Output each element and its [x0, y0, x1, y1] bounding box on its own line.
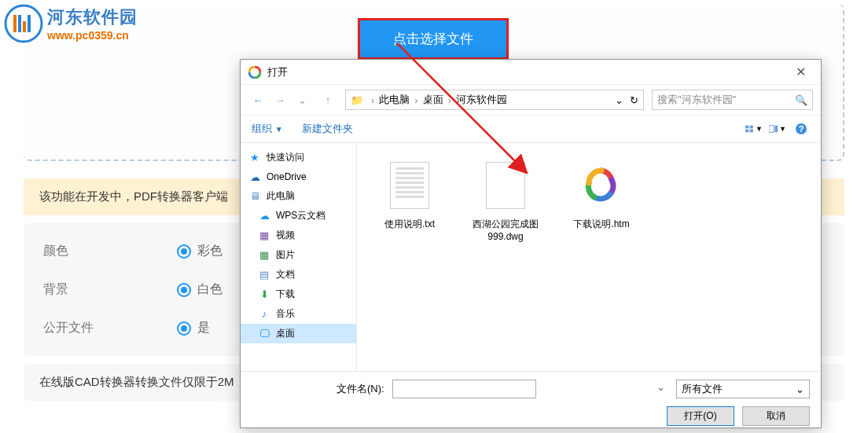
bg-radio[interactable]: 白色 — [177, 281, 223, 298]
sidebar-wps[interactable]: ☁WPS云文档 — [241, 206, 356, 226]
color-label: 颜色 — [43, 243, 177, 259]
sidebar-quick-access[interactable]: ★快速访问 — [241, 148, 356, 167]
search-input[interactable]: 搜索"河东软件园" 🔍 — [652, 90, 813, 110]
logo-title: 河东软件园 — [47, 6, 138, 29]
sidebar-onedrive[interactable]: ☁OneDrive — [241, 167, 356, 186]
public-label: 公开文件 — [43, 320, 177, 336]
cancel-button[interactable]: 取消 — [742, 406, 810, 426]
svg-rect-1 — [13, 15, 17, 32]
sidebar-pictures[interactable]: ▦图片 — [241, 245, 356, 265]
refresh-icon[interactable]: ↻ — [630, 94, 638, 106]
svg-rect-3 — [23, 21, 26, 32]
cloud-icon: ☁ — [248, 171, 261, 183]
svg-rect-10 — [750, 130, 753, 133]
download-icon: ⬇ — [258, 288, 270, 301]
view-mode-button[interactable]: ▼ — [745, 121, 763, 137]
sidebar-downloads[interactable]: ⬇下载 — [241, 284, 356, 304]
svg-rect-8 — [750, 126, 753, 129]
document-icon: ▤ — [258, 269, 270, 281]
svg-rect-2 — [18, 15, 21, 32]
svg-rect-4 — [28, 15, 31, 32]
new-folder-button[interactable]: 新建文件夹 — [302, 122, 353, 136]
music-icon: ♪ — [258, 308, 270, 321]
file-item-txt[interactable]: 使用说明.txt — [374, 157, 445, 231]
dwg-file-icon — [480, 157, 531, 214]
file-open-dialog: 打开 ✕ ← → ⌄ ↑ 📁 › 此电脑 › 桌面 › 河东软件园 ⌄↻ 搜索"… — [240, 59, 822, 428]
filename-label: 文件名(N): — [337, 382, 384, 396]
nav-forward-button[interactable]: → — [270, 90, 289, 109]
folder-tree: ★快速访问 ☁OneDrive 🖥此电脑 ☁WPS云文档 ▦视频 ▦图片 ▤文档… — [241, 143, 357, 371]
nav-recent-dropdown[interactable]: ⌄ — [292, 90, 311, 109]
site-logo: 河东软件园 www.pc0359.cn — [0, 0, 142, 47]
htm-file-icon — [576, 157, 627, 214]
breadcrumb-dropdown[interactable]: ⌄ — [615, 94, 623, 106]
help-button[interactable]: ? — [793, 121, 810, 137]
organize-menu[interactable]: 组织 ▼ — [252, 122, 283, 136]
preview-pane-button[interactable]: ▼ — [769, 121, 786, 137]
sidebar-desktop[interactable]: 🖵桌面 — [241, 324, 356, 343]
select-file-button[interactable]: 点击选择文件 — [358, 18, 509, 60]
filename-input[interactable] — [392, 380, 536, 398]
logo-icon — [4, 4, 43, 43]
dialog-title: 打开 — [267, 65, 788, 79]
file-item-dwg[interactable]: 西湖公园完成图999.dwg — [470, 157, 541, 243]
breadcrumb-item[interactable]: 桌面 — [423, 93, 443, 107]
svg-rect-11 — [769, 126, 774, 133]
nav-up-button[interactable]: ↑ — [318, 90, 337, 109]
close-button[interactable]: ✕ — [788, 64, 813, 79]
sidebar-music[interactable]: ♪音乐 — [241, 304, 356, 324]
color-radio[interactable]: 彩色 — [177, 243, 223, 259]
picture-icon: ▦ — [258, 249, 270, 262]
cloud-doc-icon: ☁ — [258, 210, 270, 222]
svg-rect-7 — [745, 126, 748, 129]
logo-url: www.pc0359.cn — [47, 29, 138, 42]
public-radio[interactable]: 是 — [177, 320, 210, 336]
txt-file-icon — [384, 157, 435, 214]
dialog-app-icon — [248, 66, 261, 79]
file-list[interactable]: 使用说明.txt 西湖公园完成图999.dwg 下载说明.htm — [357, 143, 821, 371]
star-icon: ★ — [248, 152, 261, 164]
chevron-down-icon: ⌄ — [796, 383, 804, 395]
pc-icon: 🖥 — [248, 190, 261, 203]
bg-label: 背景 — [43, 281, 177, 298]
file-type-filter[interactable]: 所有文件⌄ — [676, 380, 810, 398]
sidebar-this-pc[interactable]: 🖥此电脑 — [241, 186, 356, 206]
search-icon: 🔍 — [795, 94, 807, 106]
svg-rect-9 — [745, 130, 748, 133]
nav-back-button[interactable]: ← — [248, 90, 267, 109]
sidebar-videos[interactable]: ▦视频 — [241, 226, 356, 245]
breadcrumb[interactable]: 📁 › 此电脑 › 桌面 › 河东软件园 ⌄↻ — [345, 90, 644, 110]
open-button[interactable]: 打开(O) — [667, 406, 734, 426]
sidebar-documents[interactable]: ▤文档 — [241, 265, 356, 284]
breadcrumb-item[interactable]: 河东软件园 — [456, 93, 507, 107]
breadcrumb-item[interactable]: 此电脑 — [379, 93, 410, 107]
folder-icon: 📁 — [351, 94, 363, 106]
svg-text:?: ? — [799, 124, 804, 134]
desktop-icon: 🖵 — [258, 328, 270, 340]
svg-rect-12 — [774, 126, 778, 133]
video-icon: ▦ — [258, 229, 270, 242]
file-item-htm[interactable]: 下载说明.htm — [566, 157, 637, 231]
